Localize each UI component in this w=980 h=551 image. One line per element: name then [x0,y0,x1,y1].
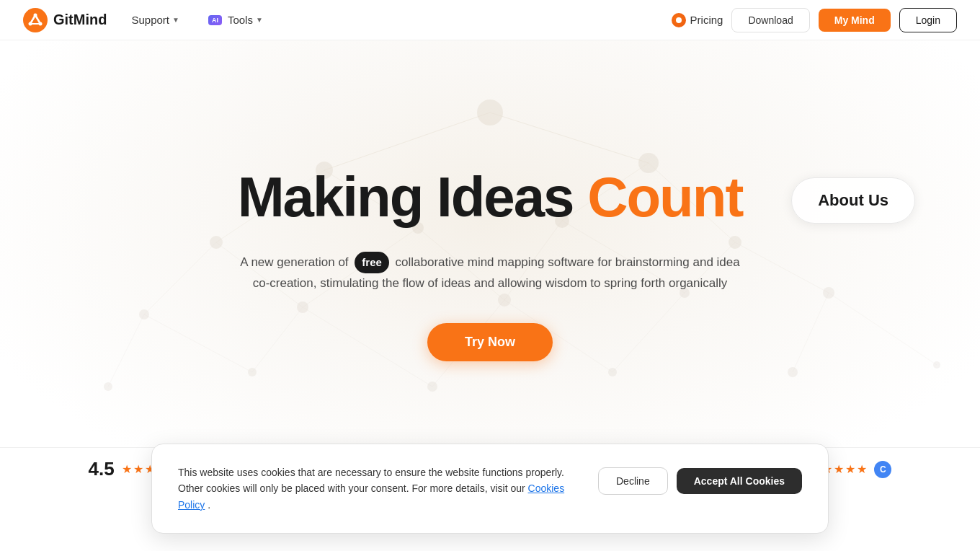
download-button[interactable]: Download [731,8,809,32]
subtitle-before: A new generation of [240,255,348,269]
nav-right: Pricing Download My Mind Login [672,8,957,32]
brand-name: GitMind [53,12,107,28]
svg-point-1 [34,13,37,17]
pricing-nav-item[interactable]: Pricing [672,13,723,27]
login-button[interactable]: Login [899,8,957,32]
support-chevron-icon: ▼ [172,16,179,24]
support-menu[interactable]: Support ▼ [127,11,183,29]
gitmind-logo-icon [23,8,48,32]
pricing-icon [672,13,686,27]
support-label: Support [131,14,169,26]
hero-title-accent: Count [587,165,742,229]
logo-button[interactable]: GitMind [23,8,107,32]
tools-label: Tools [228,14,253,26]
tools-menu[interactable]: AI Tools ▼ [204,11,267,29]
hero-title-part1: Making Ideas [238,165,588,229]
svg-line-24 [490,113,649,163]
pricing-label: Pricing [690,14,723,26]
svg-point-0 [23,8,48,32]
svg-line-45 [829,293,937,365]
hero-section: Making Ideas Count A new generation of f… [0,40,980,488]
cookie-text: This website uses cookies that are neces… [178,464,575,513]
free-badge: free [355,252,389,273]
hero-content: Making Ideas Count A new generation of f… [231,167,749,361]
cookie-text-block: This website uses cookies that are neces… [178,464,575,513]
accept-all-cookies-button[interactable]: Accept All Cookies [677,468,802,494]
ai-badge: AI [208,15,222,25]
svg-line-37 [108,314,144,387]
rating-score-0: 4.5 [89,458,115,480]
svg-line-23 [324,113,490,170]
svg-line-44 [793,293,829,372]
cookie-actions: Decline Accept All Cookies [598,467,802,495]
nav-left: GitMind Support ▼ AI Tools ▼ [23,8,267,32]
svg-line-29 [144,242,216,314]
about-us-label: About Us [818,191,888,209]
rating-platform-4: C [874,461,891,478]
hero-title: Making Ideas Count [231,167,749,229]
try-now-button[interactable]: Try Now [427,323,553,361]
cookie-main-text: This website uses cookies that are neces… [178,467,564,494]
cookie-text-suffix: . [208,499,210,511]
decline-button[interactable]: Decline [598,467,668,495]
about-us-bubble[interactable]: About Us [791,177,915,224]
hero-subtitle: A new generation of free collaborative m… [231,252,749,294]
navbar: GitMind Support ▼ AI Tools ▼ Pricing Dow… [0,0,980,40]
tools-chevron-icon: ▼ [256,16,263,24]
mymind-button[interactable]: My Mind [819,9,891,32]
cookie-banner: This website uses cookies that are neces… [151,444,829,534]
